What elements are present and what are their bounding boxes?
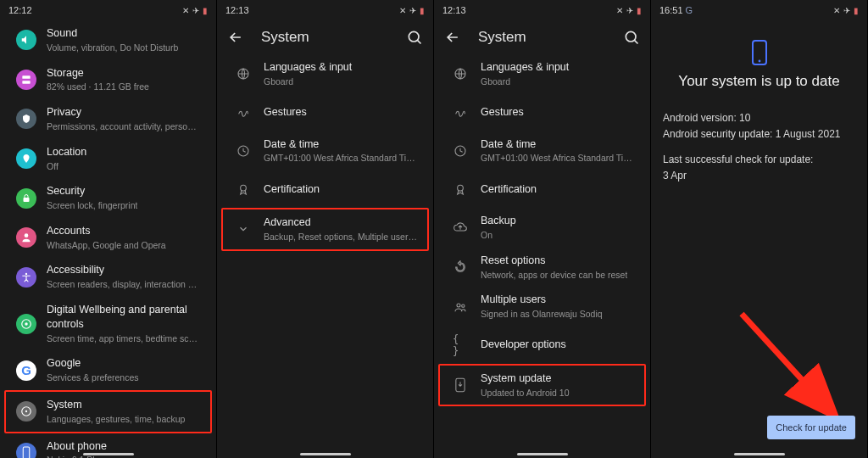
system-item-developer-options[interactable]: { }Developer options (440, 327, 644, 364)
settings-item-security[interactable]: SecurityScreen lock, fingerprint (6, 178, 210, 218)
settings-item-system[interactable]: SystemLanguages, gestures, time, backup (4, 390, 212, 433)
a11y-icon (16, 267, 36, 288)
item-label: Advanced (264, 215, 417, 230)
settings-item-google[interactable]: GGoogleServices & preferences (6, 350, 210, 390)
header: System (434, 20, 650, 54)
about-icon (16, 443, 36, 458)
item-subtitle: Screen readers, display, interaction con… (47, 278, 200, 291)
item-label: Gestures (264, 105, 307, 120)
accounts-icon (16, 227, 36, 248)
dev-icon: { } (453, 338, 468, 353)
search-button[interactable] (404, 27, 425, 47)
cert-icon (453, 182, 468, 197)
search-button[interactable] (621, 27, 642, 47)
item-subtitle: On (481, 229, 516, 242)
item-subtitle: GMT+01:00 West Africa Standard Time (264, 152, 417, 165)
system-item-advanced[interactable]: AdvancedBackup, Reset options, Multiple … (221, 208, 429, 251)
system-list: Languages & inputGboardGesturesDate & ti… (434, 54, 650, 406)
svg-line-23 (742, 314, 833, 414)
item-subtitle: 82% used · 11.21 GB free (47, 81, 149, 93)
back-button[interactable] (225, 27, 246, 47)
svg-rect-1 (22, 81, 30, 84)
settings-item-location[interactable]: LocationOff (6, 139, 210, 179)
item-label: Accessibility (47, 263, 200, 277)
system-icon (16, 401, 36, 422)
users-icon (453, 299, 468, 315)
system-expanded: 12:13 ✕ ✈ ▮ System Languages & inputGboa… (434, 0, 651, 458)
system-item-system-update[interactable]: System updateUpdated to Android 10 (438, 364, 646, 407)
system-item-backup[interactable]: BackupOn (440, 208, 644, 248)
svg-point-3 (25, 233, 29, 237)
backup-icon (453, 220, 468, 235)
vibrate-icon: ✕ (616, 6, 623, 15)
item-subtitle: Backup, Reset options, Multiple users, D… (264, 231, 417, 243)
page-title: System (478, 29, 526, 46)
system-item-gestures[interactable]: Gestures (440, 94, 644, 131)
item-subtitle: Screen time, app timers, bedtime schedul… (47, 332, 200, 345)
item-subtitle: Gboard (264, 75, 352, 88)
settings-item-privacy[interactable]: PrivacyPermissions, account activity, pe… (6, 99, 210, 139)
item-subtitle: Gboard (481, 75, 569, 88)
status-bar: 12:13 ✕ ✈ ▮ (217, 0, 433, 20)
system-list: Languages & inputGboardGesturesDate & ti… (217, 54, 433, 251)
globe-icon (236, 66, 251, 81)
settings-item-digital-wellbeing-and-parental-controls[interactable]: Digital Wellbeing and parental controlsS… (6, 297, 210, 350)
item-label: Certification (481, 182, 537, 197)
system-item-date-time[interactable]: Date & timeGMT+01:00 West Africa Standar… (223, 131, 427, 171)
system-item-languages-input[interactable]: Languages & inputGboard (440, 54, 644, 94)
security-icon (16, 188, 36, 209)
item-label: Security (47, 184, 137, 198)
globe-icon (453, 66, 468, 81)
battery-icon: ▮ (637, 6, 642, 15)
svg-rect-9 (23, 447, 29, 458)
item-label: Accounts (47, 224, 166, 238)
settings-main: 12:12 ✕ ✈ ▮ SoundVolume, vibration, Do N… (0, 0, 217, 458)
security-update: Android security update: 1 August 2021 (663, 126, 855, 142)
google-icon: G (16, 360, 36, 381)
svg-point-13 (241, 185, 247, 191)
airplane-icon: ✈ (192, 6, 199, 15)
page-title: System (261, 29, 309, 46)
cert-icon (236, 182, 251, 197)
item-label: Languages & input (264, 60, 352, 75)
header: System (217, 20, 433, 54)
settings-item-sound[interactable]: SoundVolume, vibration, Do Not Disturb (6, 20, 210, 60)
system-item-certification[interactable]: Certification (440, 170, 644, 208)
wellbeing-icon (16, 314, 36, 334)
status-bar: 12:13 ✕ ✈ ▮ (434, 0, 650, 20)
item-label: Storage (47, 66, 149, 81)
gesture-icon (236, 105, 251, 120)
volume-icon (16, 30, 36, 50)
item-label: Date & time (481, 137, 634, 152)
last-check-date: 3 Apr (663, 168, 855, 184)
nav-pill[interactable] (300, 453, 351, 455)
back-button[interactable] (442, 27, 463, 47)
svg-point-22 (758, 60, 760, 63)
nav-pill[interactable] (517, 453, 568, 455)
item-label: About phone (47, 439, 107, 454)
system-item-reset-options[interactable]: Reset optionsNetwork, apps or device can… (440, 248, 644, 288)
check-update-button[interactable]: Check for update (767, 416, 855, 439)
system-item-languages-input[interactable]: Languages & inputGboard (223, 54, 427, 94)
item-label: Sound (47, 26, 178, 41)
item-label: Reset options (481, 254, 627, 268)
item-subtitle: Volume, vibration, Do Not Disturb (47, 42, 178, 54)
system-item-certification[interactable]: Certification (223, 170, 427, 208)
battery-icon: ▮ (420, 6, 425, 15)
item-label: Multiple users (481, 293, 603, 307)
status-icons: ✕ ✈ ▮ (616, 6, 642, 15)
chev-icon (236, 221, 251, 237)
nav-pill[interactable] (734, 453, 785, 455)
system-item-gestures[interactable]: Gestures (223, 94, 427, 131)
settings-item-accessibility[interactable]: AccessibilityScreen readers, display, in… (6, 257, 210, 297)
airplane-icon: ✈ (409, 6, 416, 15)
settings-item-accounts[interactable]: AccountsWhatsApp, Google and Opera (6, 218, 210, 258)
system-item-date-time[interactable]: Date & timeGMT+01:00 West Africa Standar… (440, 131, 644, 171)
svg-point-4 (25, 272, 27, 274)
system-item-multiple-users[interactable]: Multiple usersSigned in as Olanrewaju So… (440, 287, 644, 327)
reset-icon (453, 260, 468, 275)
item-label: Backup (481, 214, 516, 228)
settings-item-storage[interactable]: Storage82% used · 11.21 GB free (6, 60, 210, 100)
item-subtitle: Updated to Android 10 (481, 387, 570, 399)
nav-pill[interactable] (83, 453, 134, 455)
